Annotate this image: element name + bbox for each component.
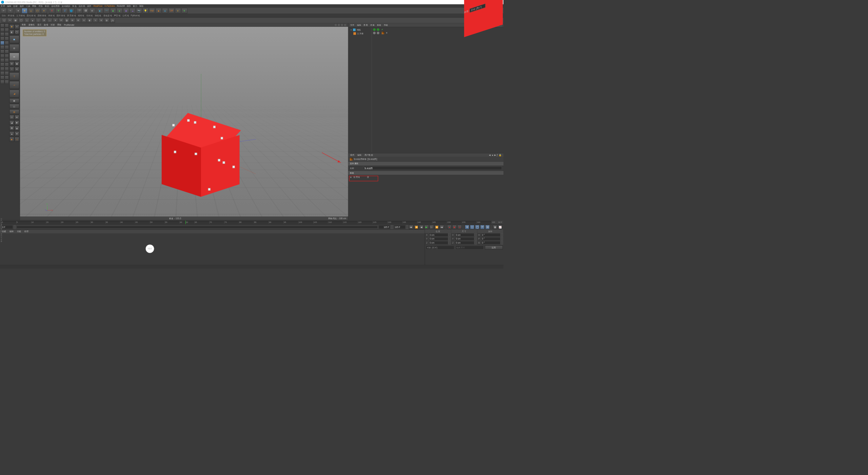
menu-窗口[interactable]: 窗口	[133, 5, 137, 8]
misc-button-10[interactable]: ▼	[15, 131, 19, 136]
left-tool-a13[interactable]	[0, 80, 4, 84]
palette-menu-球体域[interactable]: 球体域	[48, 14, 55, 17]
palette-tool-15[interactable]: ◐	[87, 18, 92, 23]
vp-menu-选项[interactable]: 选项	[44, 23, 48, 26]
size-Z[interactable]: 0 cm	[455, 241, 474, 245]
vp-nav-1-icon[interactable]	[334, 23, 337, 26]
menu-Redshift[interactable]: Redshift	[117, 5, 125, 7]
left-tool-b8[interactable]	[5, 58, 9, 62]
pos-X[interactable]: 0 cm	[429, 233, 448, 236]
menu-角色[interactable]: 角色	[72, 5, 77, 8]
attrtab-编辑[interactable]: 编辑	[357, 154, 362, 157]
palette-tool-4[interactable]: △	[24, 18, 29, 23]
viewport-3d[interactable]: Number of emitters: 0 Total live particl…	[20, 27, 348, 216]
edge-mode-button[interactable]: ▱	[9, 81, 19, 89]
timeline-ruler[interactable]: 0510152025303540455055606265707580859095…	[0, 220, 504, 224]
vp-menu-摄像机[interactable]: 摄像机	[28, 23, 35, 26]
key-param-button[interactable]: P	[480, 225, 485, 229]
menu-编辑[interactable]: 编辑	[7, 5, 12, 8]
left-tool-a1[interactable]	[0, 28, 4, 32]
left-tool-a0[interactable]	[0, 24, 4, 28]
attr-prev-icon[interactable]: ◀	[489, 154, 491, 156]
palette-menu-声音域[interactable]: 声音域	[114, 14, 120, 17]
misc-button-5[interactable]: ◪	[9, 120, 14, 125]
pos-Z[interactable]: 0 cm	[429, 241, 448, 245]
vertex-map-tag-icon[interactable]	[382, 32, 384, 34]
prev-key-button[interactable]: ⏪	[414, 225, 418, 229]
left-tool-b9[interactable]	[5, 62, 9, 66]
point-mode-button[interactable]: ⠿	[9, 72, 19, 80]
playhead[interactable]	[185, 221, 186, 224]
left-tool-b5[interactable]	[5, 45, 9, 49]
add-deformer-button[interactable]: ▦	[123, 8, 129, 14]
prev-frame-button[interactable]: ◀	[419, 225, 424, 229]
palette-menu-圆锥体域[interactable]: 圆锥体域	[38, 14, 46, 17]
palette-tool-1[interactable]: 〜	[7, 18, 12, 23]
object-tree[interactable]: ▾ 域组 立方体 ✔ ✕	[348, 27, 504, 153]
make-editable-button[interactable]: ▣	[9, 35, 19, 43]
objtab-文件[interactable]: 文件	[350, 24, 355, 27]
key-rot-button[interactable]: ◯	[475, 225, 479, 229]
left-tool-b0[interactable]	[5, 24, 9, 28]
material-area[interactable]: N&S	[0, 233, 425, 265]
vis-editor-icon-2[interactable]	[373, 32, 376, 34]
objtab-对象[interactable]: 对象	[370, 24, 375, 27]
left-tool-a11[interactable]	[0, 71, 4, 75]
timeline-track[interactable]: 0510152025303540455055606265707580859095…	[1, 221, 492, 224]
objtab-编辑[interactable]: 编辑	[357, 24, 361, 27]
palette-tool-19[interactable]: ƒx	[110, 18, 115, 23]
workplane-button[interactable]: ⊞	[9, 61, 14, 66]
palette-menu-圆柱体域[interactable]: 圆柱体域	[27, 14, 36, 17]
goto-end-button[interactable]: ⏭	[440, 225, 444, 229]
misc-button-8[interactable]: ⬓	[15, 126, 19, 131]
y-axis-lock[interactable]: Y	[56, 8, 61, 14]
palette-tool-16[interactable]: ∿	[93, 18, 98, 23]
coord-system[interactable]: 🌐	[68, 8, 74, 14]
misc-button-3[interactable]: ⊡	[9, 115, 14, 120]
vp-nav-2-icon[interactable]	[337, 23, 340, 26]
misc-button-12[interactable]: ◇	[15, 137, 19, 142]
record-button[interactable]: ●	[447, 225, 452, 229]
attr-up-icon[interactable]: ▲	[491, 154, 493, 156]
palette-tool-2[interactable]: ▦	[13, 18, 18, 23]
coord-mode-dropdown[interactable]: 对象 (相对)	[426, 246, 454, 250]
dope-button[interactable]: ▦	[493, 225, 497, 229]
left-tool-a10[interactable]	[0, 67, 4, 71]
menu-RealFlow[interactable]: RealFlow	[94, 5, 103, 7]
left-tool-a5[interactable]	[0, 45, 4, 49]
add-tag-button[interactable]: ⬇	[175, 8, 181, 14]
misc-button-1[interactable]: ◫	[9, 104, 19, 109]
palette-menu-样条域[interactable]: 样条域	[8, 14, 14, 17]
z-axis-lock[interactable]: Z	[62, 8, 68, 14]
left-tool-a7[interactable]	[0, 54, 4, 58]
menu-X-Particles[interactable]: X-Particles	[104, 5, 115, 7]
vp-nav-3-icon[interactable]	[341, 23, 343, 26]
add-spline-button[interactable]: 〰	[104, 8, 110, 14]
vis-render-icon-2[interactable]	[377, 32, 379, 34]
mattab-功能[interactable]: 功能	[17, 230, 21, 233]
attr-func-icon[interactable]: ƒ	[497, 154, 498, 156]
vp-menu-面板[interactable]: 面板	[57, 23, 62, 26]
next-key-button[interactable]: ⏩	[435, 225, 439, 229]
enable-check-icon[interactable]: ✔	[381, 28, 383, 31]
axis-button[interactable]: ↕	[9, 67, 14, 72]
left-tool-a4[interactable]	[0, 41, 4, 45]
start-frame-field[interactable]: 0 F	[1, 225, 13, 229]
cube-object[interactable]	[162, 125, 238, 202]
palette-tool-18[interactable]: ◍	[104, 18, 109, 23]
end-spinner[interactable]	[406, 225, 408, 229]
end-frame-field[interactable]: 165 F	[394, 225, 406, 229]
left-tool-b3[interactable]	[5, 37, 9, 41]
name-input[interactable]	[363, 166, 502, 170]
psr-button[interactable]: PSR	[149, 8, 155, 14]
left-tool-b13[interactable]	[5, 80, 9, 84]
vp-menu-ProRender[interactable]: ProRender	[64, 24, 75, 26]
menu-脚本[interactable]: 脚本	[127, 5, 131, 8]
rotate-tool[interactable]: ◯	[35, 8, 40, 14]
xpresso-tag-icon[interactable]: ✕	[386, 32, 388, 34]
realflow-button[interactable]: ❉	[181, 8, 187, 14]
left-tool-b11[interactable]	[5, 71, 9, 75]
misc-button-9[interactable]: ▲	[9, 131, 14, 136]
left-tool-a9[interactable]	[0, 62, 4, 66]
goto-start-button[interactable]: ⏮	[409, 225, 413, 229]
